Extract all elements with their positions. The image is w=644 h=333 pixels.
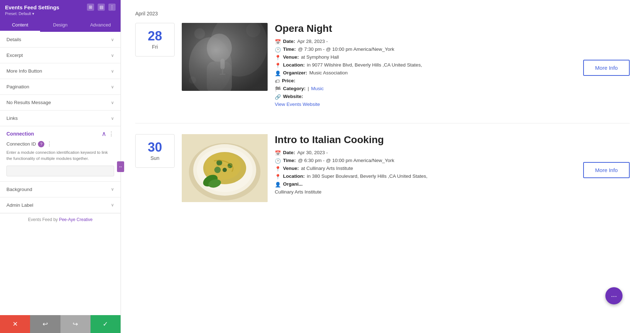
sidebar: Events Feed Settings ⊞ ▤ ⋮ Preset: Defau… [0,0,121,333]
save-button[interactable]: ✓ [91,315,121,333]
website-link-opera[interactable]: View Events Website [275,102,320,107]
category-link-opera[interactable]: Music [311,86,324,91]
location-pin-icon: 📍 [275,63,281,68]
section-background-label: Background [6,187,32,192]
tab-content[interactable]: Content [0,19,40,32]
more-info-button-opera[interactable]: More Info [583,60,630,76]
event-title-cooking: Intro to Italian Cooking [275,134,572,146]
svg-point-8 [194,28,205,39]
event-card-opera-night: 28 Fri [135,23,630,109]
event-image-cooking [182,134,268,202]
person-icon: 👤 [275,70,281,76]
venue-value: at Cullinary Arts Institute [301,166,353,171]
month-label: April 2023 [135,11,630,16]
svg-point-10 [189,77,196,84]
close-button[interactable]: ✕ [0,315,30,333]
website-label: Website: [283,94,303,99]
meta-venue-opera: 📍 Venue: at Symphony Hall [275,54,572,60]
sidebar-footer: Events Feed by Pee-Aye Creative [0,213,121,226]
connection-dots-icon[interactable]: ⋮ [108,131,114,137]
connection-input[interactable] [6,166,114,176]
clock-icon: 🕐 [275,158,281,164]
location-value: in 9077 Wilshire Blvd, Beverly Hills ,CA… [307,62,422,68]
date-label: Date: [283,150,295,155]
connection-header-right: ∧ ⋮ [102,130,114,138]
sidebar-header: Events Feed Settings ⊞ ▤ ⋮ Preset: Defau… [0,0,121,19]
meta-location-cooking: 📍 Location: in 380 Super Boulevard, Beve… [275,173,572,180]
main-content: April 2023 28 Fri [121,0,644,333]
drag-handle[interactable]: ↔ [117,161,124,172]
section-links-label: Links [6,116,18,121]
event-date-box-opera: 28 Fri [135,23,175,57]
chevron-down-icon: ∨ [111,69,114,74]
website-icon: 🔗 [275,94,281,100]
chevron-down-icon: ∨ [111,37,114,42]
event-date-day-opera: Fri [139,44,171,50]
section-more-info-button: More Info Button ∨ [0,63,121,79]
svg-point-1 [210,23,268,77]
more-info-button-cooking[interactable]: More Info [583,162,630,178]
sidebar-header-icons: ⊞ ▤ ⋮ [87,4,116,11]
location-value: in 380 Super Boulevard, Beverly Hills ,C… [307,173,428,179]
meta-category-opera: 🏁 Category: | Music [275,86,572,92]
connection-id-label: Connection ID [6,141,36,147]
chat-bubble[interactable]: ··· [605,287,623,304]
event-card-italian-cooking: 30 Sun [135,134,630,202]
footer-link[interactable]: Pee-Aye Creative [59,217,93,222]
calendar-icon: 📅 [275,39,281,45]
meta-time-cooking: 🕐 Time: @ 6:30 pm - @ 10:00 pm America/N… [275,158,572,164]
date-value: Apr 30, 2023 - [297,150,328,155]
redo-button[interactable]: ↪ [60,315,91,333]
meta-organizer-value-cooking: Cullinary Arts Institute [275,189,572,195]
sidebar-icon-layout[interactable]: ▤ [98,4,105,11]
section-connection: Connection ∧ ⋮ Connection ID ? ⋮ Enter a… [0,126,121,182]
svg-point-3 [207,34,232,62]
section-pagination-label: Pagination [6,84,29,89]
organizer-label: Organi... [283,181,303,187]
section-excerpt: Excerpt ∨ [0,48,121,63]
tab-design[interactable]: Design [40,19,80,32]
connection-title: Connection [6,131,34,137]
svg-rect-0 [182,23,268,91]
connection-id-dots-icon[interactable]: ⋮ [47,141,52,147]
price-label: Price: [282,78,296,83]
meta-website-opera: 🔗 Website: [275,94,572,100]
section-admin-label: Admin Label ∨ [0,197,121,213]
chevron-down-icon: ∨ [111,187,114,192]
sidebar-preset: Preset: Default ▾ [5,11,116,16]
connection-collapse-icon[interactable]: ∧ [102,130,106,138]
sidebar-icon-dots[interactable]: ⋮ [108,4,116,11]
chevron-down-icon: ∨ [111,202,114,207]
meta-website-link-opera: View Events Website [275,102,572,107]
meta-date-cooking: 📅 Date: Apr 30, 2023 - [275,150,572,156]
price-icon: 🏷 [275,78,280,84]
tab-advanced[interactable]: Advanced [80,19,121,32]
svg-point-9 [246,23,260,37]
clock-icon: 🕐 [275,47,281,53]
meta-date-opera: 📅 Date: Apr 28, 2023 - [275,39,572,45]
sidebar-icon-grid[interactable]: ⊞ [87,4,94,11]
section-more-info-button-label: More Info Button [6,68,42,74]
section-admin-label-label: Admin Label [6,202,33,208]
venue-label: Venue: [283,166,299,171]
event-image-opera [182,23,268,91]
venue-label: Venue: [283,54,299,60]
event-date-day-cooking: Sun [139,155,171,161]
date-value: Apr 28, 2023 - [297,39,328,44]
meta-location-opera: 📍 Location: in 9077 Wilshire Blvd, Bever… [275,62,572,68]
meta-price-opera: 🏷 Price: [275,78,572,84]
calendar-icon: 📅 [275,150,281,156]
date-label: Date: [283,39,295,44]
sidebar-bottom-bar: ✕ ↩ ↪ ✓ [0,315,121,333]
location-pin-icon: 📍 [275,174,281,180]
help-icon[interactable]: ? [38,141,44,147]
location-icon: 📍 [275,166,281,172]
svg-point-2 [189,37,232,91]
sidebar-scroll: Details ∨ Excerpt ∨ More Info Button ∨ P… [0,32,121,315]
person-icon: 👤 [275,182,281,187]
section-no-results: No Results Message ∨ [0,95,121,111]
undo-button[interactable]: ↩ [30,315,60,333]
svg-rect-7 [220,74,225,75]
time-value: @ 6:30 pm - @ 10:00 pm America/New_York [298,158,394,163]
organizer-label: Organizer: [283,70,307,75]
